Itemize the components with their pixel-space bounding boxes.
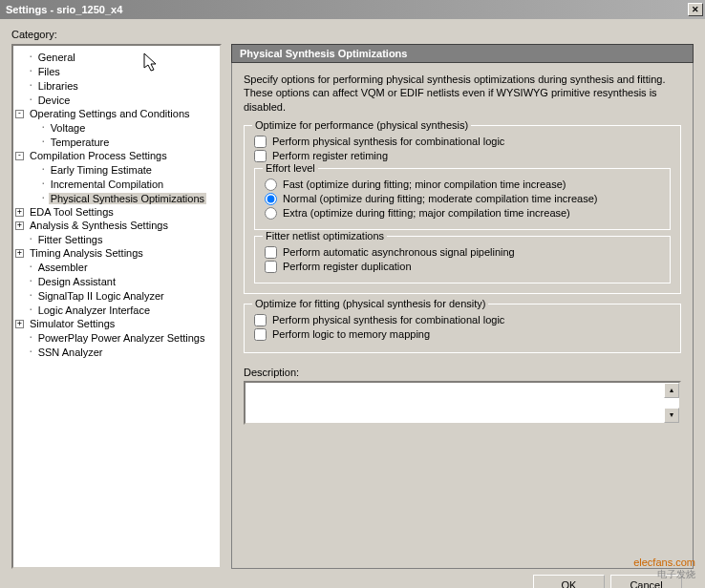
performance-legend: Optimize for performance (physical synth… xyxy=(252,119,471,131)
tree-item-label: Physical Synthesis Optimizations xyxy=(49,193,206,204)
tree-expander-icon[interactable]: - xyxy=(15,110,24,118)
tree-item[interactable]: ·Physical Synthesis Optimizations xyxy=(15,191,218,205)
fitter-pipelining-checkbox[interactable] xyxy=(265,246,277,259)
fitter-duplication-checkbox[interactable] xyxy=(265,261,277,273)
tree-item[interactable]: ·Design Assistant xyxy=(15,274,218,288)
tree-item-label: SignalTap II Logic Analyzer xyxy=(36,290,166,302)
tree-item-label: General xyxy=(36,52,77,63)
effort-extra-label: Extra (optimize during fitting; major co… xyxy=(283,207,570,219)
tree-expander-icon[interactable]: + xyxy=(15,208,24,217)
fitter-legend: Fitter netlist optimizations xyxy=(263,230,387,242)
performance-group: Optimize for performance (physical synth… xyxy=(244,125,681,294)
tree-item[interactable]: ·General xyxy=(15,50,218,64)
perf-combinational-checkbox[interactable] xyxy=(254,136,267,148)
tree-item-label: Assembler xyxy=(36,262,90,273)
tree-item-label: Device xyxy=(36,94,73,106)
tree-item[interactable]: ·Logic Analyzer Interface xyxy=(15,303,218,317)
effort-legend: Effort level xyxy=(263,162,318,174)
description-label: Description: xyxy=(244,367,681,378)
tree-item[interactable]: -Operating Settings and Conditions xyxy=(15,107,218,120)
watermark: elecfans.com 电子发烧 xyxy=(633,556,695,580)
tree-item-label: Voltage xyxy=(49,122,88,134)
effort-fast-label: Fast (optimize during fitting; minor com… xyxy=(283,178,566,190)
tree-item-label: Files xyxy=(36,66,62,77)
tree-item[interactable]: ·Files xyxy=(15,64,218,78)
tree-item-label: Fitter Settings xyxy=(36,234,105,245)
fitter-pipelining-label: Perform automatic asynchronous signal pi… xyxy=(283,246,515,258)
tree-item-label: EDA Tool Settings xyxy=(28,206,116,218)
density-combinational-label: Perform physical synthesis for combinati… xyxy=(272,314,504,326)
tree-expander-icon[interactable]: + xyxy=(15,221,24,230)
close-button[interactable]: ✕ xyxy=(688,3,703,16)
tree-item[interactable]: ·Early Timing Estimate xyxy=(15,162,218,177)
window-title: Settings - srio_1250_x4 xyxy=(2,4,688,15)
tree-item[interactable]: ·Fitter Settings xyxy=(15,232,218,246)
tree-item-label: PowerPlay Power Analyzer Settings xyxy=(36,332,207,344)
tree-item-label: Incremental Compilation xyxy=(49,178,166,190)
tree-item[interactable]: +Timing Analysis Settings xyxy=(15,246,218,260)
tree-item-label: SSN Analyzer xyxy=(36,346,105,358)
category-label: Category: xyxy=(11,29,694,40)
perf-combinational-label: Perform physical synthesis for combinati… xyxy=(272,136,504,147)
tree-item-label: Operating Settings and Conditions xyxy=(28,108,192,119)
category-tree[interactable]: ·General·Files·Libraries·Device-Operatin… xyxy=(11,44,222,569)
density-memory-checkbox[interactable] xyxy=(254,328,267,341)
tree-item[interactable]: ·SignalTap II Logic Analyzer xyxy=(15,288,218,303)
density-group: Optimize for fitting (physical synthesis… xyxy=(244,304,681,353)
perf-retiming-checkbox[interactable] xyxy=(254,150,267,162)
tree-item-label: Logic Analyzer Interface xyxy=(36,304,152,316)
effort-normal-radio[interactable] xyxy=(265,193,277,205)
watermark-tagline: 电子发烧 xyxy=(633,569,695,580)
density-memory-label: Perform logic to memory mapping xyxy=(272,328,430,340)
tree-item[interactable]: ·SSN Analyzer xyxy=(15,345,218,359)
tree-item-label: Simulator Settings xyxy=(28,318,117,329)
tree-item[interactable]: ·PowerPlay Power Analyzer Settings xyxy=(15,330,218,345)
tree-item-label: Early Timing Estimate xyxy=(49,164,154,176)
scroll-down-icon[interactable]: ▾ xyxy=(664,408,679,423)
panel-intro: Specify options for performing physical … xyxy=(244,73,681,114)
density-legend: Optimize for fitting (physical synthesis… xyxy=(252,298,488,309)
density-combinational-checkbox[interactable] xyxy=(254,314,267,326)
tree-item-label: Analysis & Synthesis Settings xyxy=(28,220,170,231)
ok-button[interactable]: OK xyxy=(533,575,605,588)
tree-item[interactable]: ·Temperature xyxy=(15,135,218,149)
tree-item[interactable]: ·Libraries xyxy=(15,78,218,93)
effort-fast-radio[interactable] xyxy=(265,178,277,191)
tree-item[interactable]: ·Device xyxy=(15,93,218,107)
window-titlebar: Settings - srio_1250_x4 ✕ xyxy=(0,0,705,19)
tree-expander-icon[interactable]: + xyxy=(15,249,24,258)
tree-item[interactable]: ·Voltage xyxy=(15,120,218,135)
tree-item[interactable]: +Simulator Settings xyxy=(15,317,218,330)
tree-item[interactable]: ·Assembler xyxy=(15,260,218,274)
description-textarea[interactable]: ▴ ▾ xyxy=(244,381,681,425)
tree-item-label: Libraries xyxy=(36,80,80,92)
tree-item-label: Timing Analysis Settings xyxy=(28,247,145,259)
tree-expander-icon[interactable]: - xyxy=(15,152,24,160)
tree-item-label: Design Assistant xyxy=(36,276,118,287)
effort-normal-label: Normal (optimize during fitting; moderat… xyxy=(283,193,598,204)
perf-retiming-label: Perform register retiming xyxy=(272,150,388,161)
effort-extra-radio[interactable] xyxy=(265,207,277,220)
tree-item-label: Compilation Process Settings xyxy=(28,150,169,161)
tree-item[interactable]: +Analysis & Synthesis Settings xyxy=(15,219,218,232)
panel-header: Physical Synthesis Optimizations xyxy=(231,44,694,63)
tree-item-label: Temperature xyxy=(49,136,112,148)
tree-item[interactable]: ·Incremental Compilation xyxy=(15,177,218,191)
scroll-up-icon[interactable]: ▴ xyxy=(664,383,679,398)
watermark-domain: elecfans.com xyxy=(633,556,695,569)
tree-item[interactable]: +EDA Tool Settings xyxy=(15,205,218,219)
tree-item[interactable]: -Compilation Process Settings xyxy=(15,149,218,162)
tree-expander-icon[interactable]: + xyxy=(15,320,24,328)
fitter-duplication-label: Perform register duplication xyxy=(283,261,412,272)
